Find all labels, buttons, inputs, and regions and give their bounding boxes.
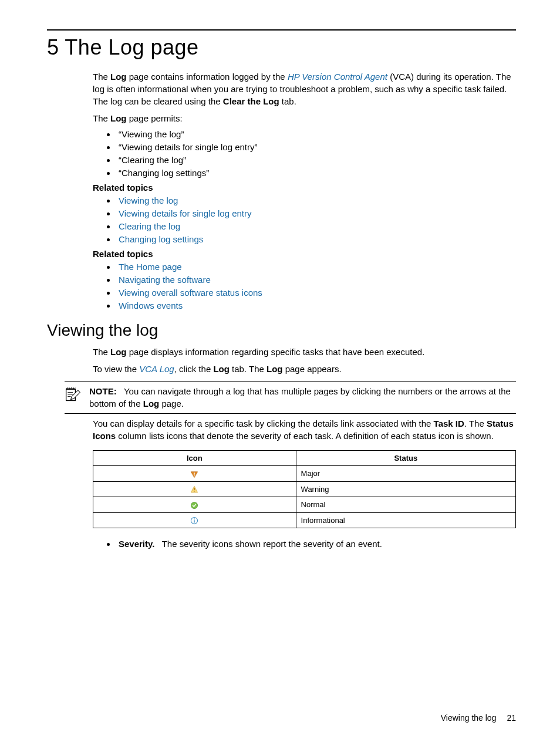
list-item: “Clearing the log”: [116, 155, 516, 165]
related-link[interactable]: Windows events: [119, 301, 183, 310]
status-informational-label: Informational: [296, 512, 515, 528]
svg-point-10: [191, 502, 198, 508]
table-row: Warning: [93, 481, 516, 497]
after-note-paragraph: You can display details for a specific t…: [93, 417, 516, 442]
major-icon: [93, 466, 296, 482]
page-heading: 5 The Log page: [47, 35, 516, 60]
section-heading-viewing: Viewing the log: [47, 321, 516, 340]
vca-log-link[interactable]: VCA Log: [139, 364, 174, 374]
status-warning-label: Warning: [296, 481, 515, 497]
intro-paragraph-1: The Log page contains information logged…: [93, 70, 516, 107]
note-block: NOTE: You can navigate through a log tha…: [65, 385, 516, 410]
svg-rect-13: [194, 521, 195, 523]
list-item: Windows events: [116, 301, 516, 310]
list-item: Viewing overall software status icons: [116, 288, 516, 298]
svg-point-12: [194, 519, 195, 520]
related-link[interactable]: Changing log settings: [119, 234, 203, 244]
viewing-paragraph-1: The Log page displays information regard…: [93, 346, 516, 358]
status-icons-table: Icon Status Major: [93, 450, 516, 528]
list-item: Changing log settings: [116, 234, 516, 244]
normal-icon: [93, 497, 296, 513]
related-topics-heading: Related topics: [93, 183, 516, 193]
table-row: Major: [93, 466, 516, 482]
status-major-label: Major: [296, 466, 515, 482]
note-label: NOTE:: [89, 386, 117, 396]
svg-rect-5: [194, 472, 195, 475]
svg-rect-9: [194, 491, 195, 491]
page-footer: Viewing the log21: [441, 713, 516, 723]
note-pencil-icon: [65, 385, 82, 403]
table-row: Informational: [93, 512, 516, 528]
table-header-status: Status: [296, 451, 515, 466]
list-item: Viewing the log: [116, 195, 516, 205]
list-item: Navigating the software: [116, 275, 516, 285]
related-topics-list-1: Viewing the log Viewing details for sing…: [93, 195, 516, 244]
related-link[interactable]: Viewing overall software status icons: [119, 288, 262, 298]
viewing-paragraph-2: To view the VCA Log, click the Log tab. …: [93, 363, 516, 375]
related-link[interactable]: Viewing details for single log entry: [119, 208, 252, 218]
list-item: “Viewing details for single log entry”: [116, 142, 516, 152]
severity-list: Severity. The severity icons shown repor…: [93, 539, 516, 549]
related-link[interactable]: Navigating the software: [119, 275, 211, 285]
hp-vca-link[interactable]: HP Version Control Agent: [288, 72, 387, 82]
related-link[interactable]: The Home page: [119, 262, 182, 272]
informational-icon: [93, 512, 296, 528]
list-item: The Home page: [116, 262, 516, 272]
svg-rect-6: [194, 475, 195, 476]
warning-icon: [93, 481, 296, 497]
related-topics-list-2: The Home page Navigating the software Vi…: [93, 262, 516, 310]
page-number: 21: [507, 713, 516, 723]
list-item: Clearing the log: [116, 221, 516, 231]
table-row: Normal: [93, 497, 516, 513]
list-item: “Viewing the log”: [116, 129, 516, 139]
related-link[interactable]: Clearing the log: [119, 221, 180, 231]
list-item: Severity. The severity icons shown repor…: [116, 539, 516, 549]
footer-title: Viewing the log: [441, 713, 497, 723]
list-item: Viewing details for single log entry: [116, 208, 516, 218]
table-header-icon: Icon: [93, 451, 296, 466]
list-item: “Changing log settings”: [116, 168, 516, 178]
status-normal-label: Normal: [296, 497, 515, 513]
severity-label: Severity.: [119, 539, 154, 549]
svg-rect-8: [194, 488, 195, 490]
permits-list: “Viewing the log” “Viewing details for s…: [93, 129, 516, 178]
intro-paragraph-2: The Log page permits:: [93, 112, 516, 124]
related-topics-heading: Related topics: [93, 249, 516, 259]
related-link[interactable]: Viewing the log: [119, 195, 178, 205]
